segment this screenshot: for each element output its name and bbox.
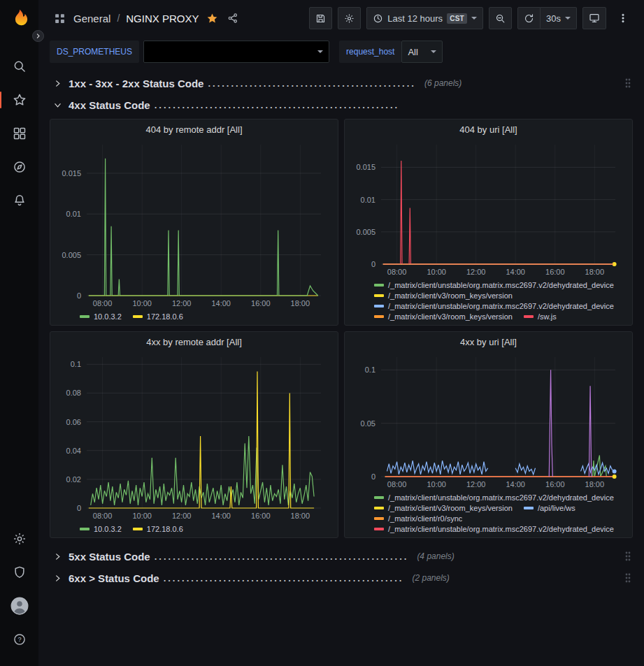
legend-swatch [374,517,384,520]
timeseries-chart[interactable]: 08:0010:0012:0014:0016:0018:0000.020.040… [56,350,332,522]
chart-legend: 10.0.3.2172.18.0.6 [56,310,332,321]
legend-label: 10.0.3.2 [94,312,122,321]
legend-item[interactable]: 172.18.0.6 [133,525,183,533]
variable-datasource: DS_PROMETHEUS [50,41,329,63]
refresh-group: 30s [517,7,577,29]
sidebar-item-explore-compass-icon[interactable] [0,150,38,184]
request-host-select[interactable]: All [401,41,442,63]
main-area: General / NGINX PROXY [38,0,644,666]
panel-title[interactable]: 404 by remote addr [All] [50,120,338,136]
legend-item[interactable]: 10.0.3.2 [80,525,122,533]
svg-text:08:00: 08:00 [387,480,407,488]
share-icon[interactable] [226,11,240,25]
time-range-picker[interactable]: Last 12 hours CST [366,7,483,29]
sidebar-item-dashboards[interactable] [0,117,38,150]
breadcrumb-separator: / [117,13,120,24]
legend-swatch [524,315,534,318]
legend-label: /_matrix/client/r0/sync [388,514,462,523]
chevron-right-icon [54,553,64,560]
legend-label: /_matrix/client/unstable/org.matrix.msc2… [388,302,614,310]
timeseries-chart[interactable]: 08:0010:0012:0014:0016:0018:0000.0050.01… [350,138,627,278]
breadcrumb-section[interactable]: General [73,13,110,24]
toolbar: Last 12 hours CST 30s [309,7,634,29]
legend-label: /_matrix/client/v3/room_keys/version [388,291,513,300]
legend-item[interactable]: 10.0.3.2 [80,312,122,321]
svg-text:08:00: 08:00 [93,512,113,520]
svg-text:0.06: 0.06 [66,418,81,426]
dashboard-body: 1xx - 3xx - 2xx Status Code ............… [38,70,644,666]
svg-text:0.02: 0.02 [66,475,81,484]
kebab-menu-icon[interactable] [612,7,634,29]
svg-text:0: 0 [77,504,81,512]
row-drag-handle[interactable] [623,78,633,89]
row-drag-handle[interactable] [623,551,633,562]
legend-swatch [374,315,384,318]
svg-text:14:00: 14:00 [211,299,231,307]
row-5xx[interactable]: 5xx Status Code ........................… [50,546,633,566]
legend-label: /_matrix/client/unstable/org.matrix.msc2… [388,281,614,289]
legend-item[interactable]: /_matrix/client/unstable/org.matrix.msc2… [374,281,614,289]
dashboard-title[interactable]: NGINX PROXY [126,13,199,24]
user-avatar[interactable] [0,589,38,623]
svg-text:10:00: 10:00 [132,299,152,307]
expand-nav-chevron-button[interactable] [32,30,44,42]
chevron-down-icon [565,17,571,20]
row-drag-handle[interactable] [623,572,633,584]
dashboard-settings-gear-button[interactable] [338,7,361,29]
legend-item[interactable]: 172.18.0.6 [133,312,183,321]
row-6xx[interactable]: 6xx > Status Code ......................… [50,568,633,588]
svg-text:0: 0 [77,291,81,300]
svg-text:0.1: 0.1 [71,360,81,368]
svg-text:14:00: 14:00 [506,480,525,488]
request-host-value: All [408,47,417,57]
legend-item[interactable]: /_matrix/client/v3/room_keys/version [374,504,513,512]
chart-legend: /_matrix/client/unstable/org.matrix.msc2… [350,491,627,533]
legend-swatch [374,528,384,530]
row-1xx-3xx-2xx[interactable]: 1xx - 3xx - 2xx Status Code ............… [50,73,633,93]
search-icon[interactable] [0,50,38,83]
row-4xx[interactable]: 4xx Status Code ........................… [50,95,633,115]
legend-label: /sw.js [538,312,557,321]
svg-text:18:00: 18:00 [585,480,605,488]
save-dashboard-button[interactable] [309,7,332,29]
chevron-right-icon [54,80,64,87]
favorite-star-icon[interactable] [205,11,220,26]
legend-swatch [524,507,534,509]
panel-body: 08:0010:0012:0014:0016:0018:0000.050.1 /… [345,349,632,537]
legend-item[interactable]: /_matrix/client/v3/room_keys/version [374,291,513,300]
legend-item[interactable]: /_matrix/client/unstable/org.matrix.msc2… [374,493,614,502]
legend-item[interactable]: /sw.js [524,312,557,321]
svg-text:0.1: 0.1 [365,365,375,374]
sidebar-item-starred[interactable] [0,83,38,117]
sidebar-item-admin-shield-icon[interactable] [0,556,38,589]
svg-text:0.04: 0.04 [66,447,81,455]
legend-item[interactable]: /_matrix/client/r0/sync [374,514,462,523]
row-dots: ........................................… [208,78,416,89]
legend-item[interactable]: /api/live/ws [524,504,575,512]
datasource-select[interactable] [143,41,329,63]
timeseries-chart[interactable]: 08:0010:0012:0014:0016:0018:0000.050.1 [350,350,627,491]
panel-title[interactable]: 4xx by remote addr [All] [50,332,338,349]
svg-text:08:00: 08:00 [93,299,113,307]
help-icon[interactable]: ? [0,623,38,656]
chart-legend: 10.0.3.2172.18.0.6 [56,522,332,533]
svg-text:16:00: 16:00 [251,512,271,520]
sidebar-item-configuration-gear-icon[interactable] [0,522,38,556]
zoom-out-button[interactable] [489,7,512,29]
grafana-logo-icon[interactable] [9,8,30,31]
legend-item[interactable]: /_matrix/client/v3/room_keys/version [374,312,513,321]
panel-404-by-remote-addr: 404 by remote addr [All] 08:0010:0012:00… [50,119,338,326]
refresh-button[interactable] [517,7,541,29]
legend-swatch [374,305,384,307]
panel-title[interactable]: 404 by uri [All] [345,120,632,136]
svg-text:?: ? [17,636,21,643]
refresh-interval-picker[interactable]: 30s [541,7,577,29]
panel-title[interactable]: 4xx by uri [All] [345,332,632,349]
legend-item[interactable]: /_matrix/client/unstable/org.matrix.msc2… [374,302,614,310]
time-range-label: Last 12 hours [387,13,443,24]
sidebar-item-alerting-bell-icon[interactable] [0,184,38,217]
legend-item[interactable]: /_matrix/client/unstable/org.matrix.msc2… [374,525,614,533]
tv-mode-button[interactable] [582,7,606,29]
row-panel-count: (2 panels) [412,573,449,583]
timeseries-chart[interactable]: 08:0010:0012:0014:0016:0018:0000.0050.01… [56,138,332,310]
